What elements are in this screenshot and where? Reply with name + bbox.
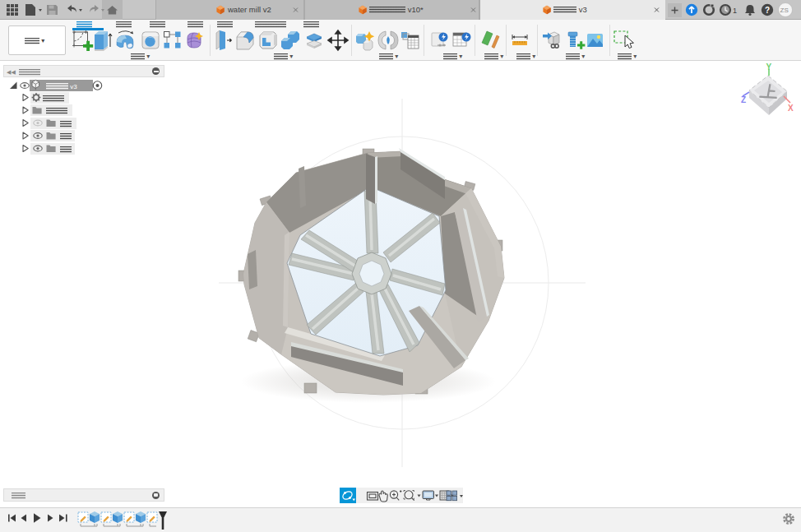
svg-text:?: ?	[765, 6, 770, 15]
svg-text:X: X	[788, 104, 794, 113]
svg-text:Y: Y	[766, 62, 772, 72]
svg-text:Z: Z	[741, 95, 746, 104]
svg-text:1: 1	[733, 7, 737, 15]
svg-text:ZS: ZS	[780, 7, 789, 14]
